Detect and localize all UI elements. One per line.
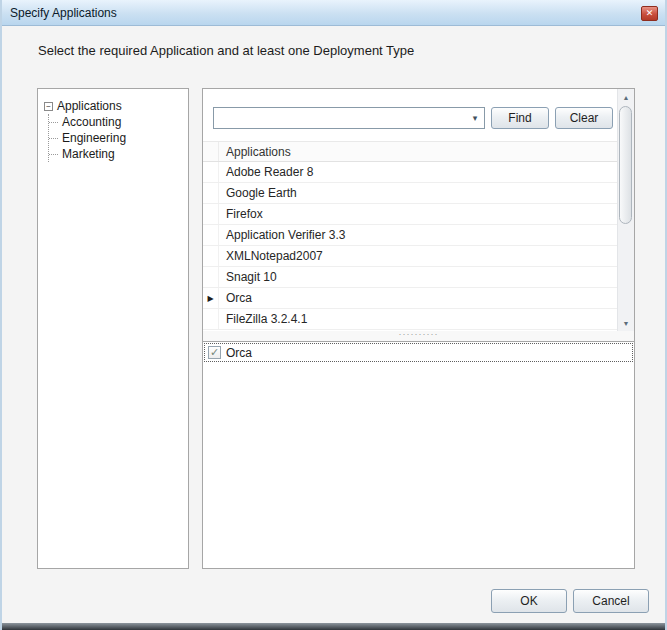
grid-row[interactable]: Google Earth (203, 183, 617, 204)
find-button[interactable]: Find (491, 107, 549, 129)
row-selector-cell (203, 225, 219, 245)
collapse-icon[interactable]: − (44, 102, 53, 111)
application-name: FileZilla 3.2.4.1 (219, 309, 307, 329)
selected-list-item[interactable]: ✓Orca (204, 343, 633, 362)
row-selector-icon: ▶ (203, 288, 219, 308)
vertical-scrollbar[interactable]: ▲ ▼ (617, 89, 634, 331)
ok-button[interactable]: OK (491, 589, 567, 613)
tree-item-label: Engineering (62, 131, 126, 145)
tree-item-marketing[interactable]: Marketing (49, 146, 182, 162)
search-input[interactable] (216, 109, 464, 127)
tree-connector-line (49, 122, 58, 123)
tree-item-accounting[interactable]: Accounting (49, 114, 182, 130)
grid-row[interactable]: Adobe Reader 8 (203, 162, 617, 183)
window-title: Specify Applications (10, 0, 117, 26)
tree-item-label: Accounting (62, 115, 121, 129)
grid-row[interactable]: Application Verifier 3.3 (203, 225, 617, 246)
tree-root-label: Applications (57, 99, 122, 113)
tree-panel: − Applications AccountingEngineeringMark… (37, 88, 189, 569)
instruction-text: Select the required Application and at l… (38, 43, 414, 58)
chevron-down-icon[interactable]: ▾ (466, 108, 484, 128)
application-name: Google Earth (219, 183, 297, 203)
grid-row[interactable]: XMLNotepad2007 (203, 246, 617, 267)
title-bar: Specify Applications ✕ (2, 0, 665, 26)
tree-item-engineering[interactable]: Engineering (49, 130, 182, 146)
close-icon[interactable]: ✕ (641, 6, 658, 21)
tree-root-node[interactable]: − Applications (44, 98, 182, 114)
cancel-button[interactable]: Cancel (573, 589, 649, 613)
tree-item-label: Marketing (62, 147, 115, 161)
scroll-up-icon[interactable]: ▲ (618, 89, 634, 105)
grid-row[interactable]: Snagit 10 (203, 267, 617, 288)
row-selector-cell (203, 267, 219, 287)
splitter-handle[interactable]: ·········· (203, 331, 634, 341)
grid-row[interactable]: ▶Orca (203, 288, 617, 309)
application-name: Adobe Reader 8 (219, 162, 313, 182)
applications-panel: ▾ Find Clear Applications Adobe Reader 8… (202, 88, 635, 569)
tree-children: AccountingEngineeringMarketing (48, 114, 182, 162)
scrollbar-thumb[interactable] (619, 106, 632, 224)
grid-corner-cell (203, 142, 219, 161)
application-name: Firefox (219, 204, 263, 224)
clear-button[interactable]: Clear (555, 107, 613, 129)
scroll-down-icon[interactable]: ▼ (618, 315, 634, 331)
tree-connector-line (49, 138, 58, 139)
application-name: Snagit 10 (219, 267, 277, 287)
search-combo[interactable]: ▾ (213, 107, 485, 129)
applications-grid: Applications Adobe Reader 8Google EarthF… (203, 141, 617, 330)
window-bottom-edge (0, 623, 667, 630)
grid-column-header: Applications (219, 142, 291, 161)
grid-body: Adobe Reader 8Google EarthFirefoxApplica… (203, 162, 617, 330)
row-selector-cell (203, 183, 219, 203)
grid-row[interactable]: Firefox (203, 204, 617, 225)
application-name: XMLNotepad2007 (219, 246, 323, 266)
grid-row[interactable]: FileZilla 3.2.4.1 (203, 309, 617, 330)
application-name: Orca (219, 288, 252, 308)
row-selector-cell (203, 246, 219, 266)
row-selector-cell (203, 162, 219, 182)
checkbox-icon[interactable]: ✓ (208, 346, 221, 359)
row-selector-cell (203, 204, 219, 224)
application-name: Application Verifier 3.3 (219, 225, 345, 245)
selected-applications-list: ✓Orca (203, 341, 634, 568)
row-selector-cell (203, 309, 219, 329)
selected-item-label: Orca (226, 346, 252, 360)
tree-connector-line (49, 154, 58, 155)
grid-header: Applications (203, 141, 617, 162)
